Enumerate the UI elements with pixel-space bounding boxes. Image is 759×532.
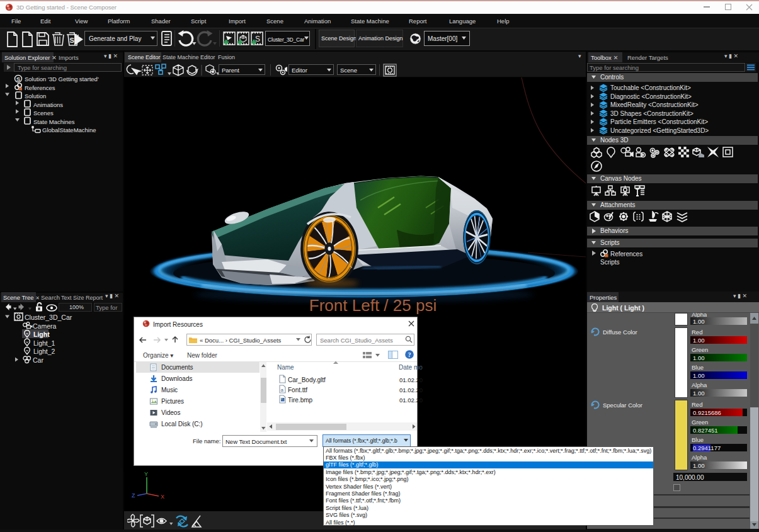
svg-text:X: X	[161, 494, 164, 500]
svg-text:Z: Z	[132, 492, 135, 499]
svg-text:Y: Y	[144, 471, 148, 477]
svg-text:?: ?	[408, 351, 411, 358]
svg-text:Front Left / 25 psi: Front Left / 25 psi	[309, 296, 437, 315]
svg-text:S: S	[70, 37, 74, 44]
svg-text:S: S	[16, 76, 20, 82]
svg-text:a: a	[281, 387, 284, 393]
